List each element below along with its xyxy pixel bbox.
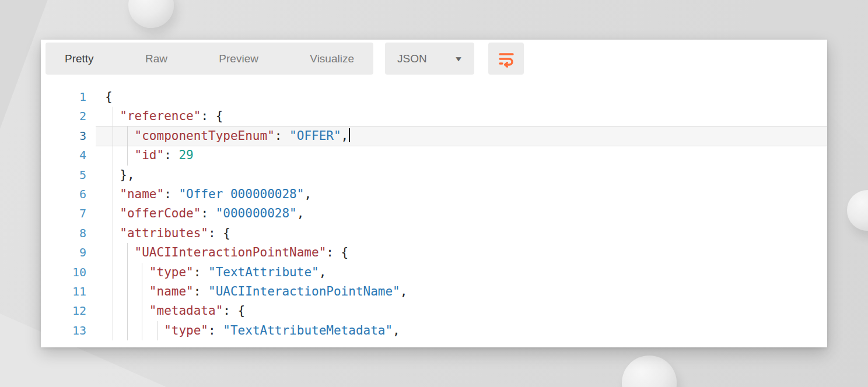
code-line[interactable]: 3 "componentTypeEnum": "OFFER",	[41, 126, 827, 146]
code-line[interactable]: 5 },	[41, 166, 827, 185]
decorative-sphere-top	[128, 0, 174, 28]
line-number: 9	[41, 243, 96, 262]
indent-guide	[142, 321, 142, 340]
tab-raw[interactable]: Raw	[145, 43, 167, 75]
code-line[interactable]: 12 "metadata": {	[41, 301, 827, 321]
line-number: 6	[41, 185, 96, 204]
line-number: 4	[41, 146, 96, 165]
indent-guide	[113, 126, 113, 146]
line-number: 3	[41, 126, 96, 146]
format-dropdown-label: JSON	[397, 52, 427, 65]
indent-guide	[113, 321, 113, 340]
code-line[interactable]: 8 "attributes": {	[41, 224, 827, 243]
code-line-content: "name": "Offer 000000028",	[96, 185, 827, 204]
response-toolbar: Pretty Raw Preview Visualize JSON ▼	[46, 43, 524, 75]
indent-guide	[113, 282, 113, 301]
code-line-content: "attributes": {	[96, 224, 827, 243]
line-number: 10	[41, 263, 96, 282]
decorative-sphere-right	[847, 190, 868, 231]
indent-guide	[127, 282, 128, 301]
chevron-down-icon: ▼	[454, 55, 463, 63]
line-number: 5	[41, 166, 96, 185]
code-line-content: "offerCode": "000000028",	[96, 204, 827, 223]
line-number: 1	[41, 87, 96, 107]
tab-visualize[interactable]: Visualize	[310, 43, 354, 75]
code-line[interactable]: 2 "reference": {	[41, 107, 827, 126]
wrap-text-button[interactable]	[488, 43, 524, 75]
code-line-content: "id": 29	[96, 146, 827, 165]
code-line-content: {	[96, 87, 827, 107]
indent-guide	[113, 204, 113, 223]
code-line-content: },	[96, 166, 827, 185]
line-number: 7	[41, 204, 96, 223]
indent-guide	[142, 263, 142, 282]
indent-guide	[113, 301, 113, 321]
code-line[interactable]: 10 "type": "TextAttribute",	[41, 263, 827, 282]
indent-guide	[142, 301, 142, 321]
text-cursor	[349, 128, 350, 142]
wrap-text-icon	[498, 50, 515, 68]
code-line-content: "metadata": {	[96, 301, 827, 321]
code-line[interactable]: 11 "name": "UACIInteractionPointName",	[41, 282, 827, 301]
code-line-content: "name": "UACIInteractionPointName",	[96, 282, 827, 301]
tab-pretty[interactable]: Pretty	[65, 43, 94, 75]
code-line[interactable]: 9 "UACIInteractionPointName": {	[41, 243, 827, 262]
line-number: 8	[41, 224, 96, 243]
response-view-tabs: Pretty Raw Preview Visualize	[46, 43, 373, 75]
code-line[interactable]: 7 "offerCode": "000000028",	[41, 204, 827, 223]
indent-guide	[127, 301, 128, 321]
tab-preview[interactable]: Preview	[219, 43, 258, 75]
indent-guide	[113, 166, 113, 185]
code-line-content: "reference": {	[96, 107, 827, 126]
code-line-content: "type": "TextAttribute",	[96, 263, 827, 282]
code-line[interactable]: 4 "id": 29	[41, 146, 827, 165]
indent-guide	[113, 146, 113, 165]
indent-guide	[127, 263, 128, 282]
indent-guide	[113, 243, 113, 262]
indent-guide	[113, 263, 113, 282]
indent-guide	[157, 321, 158, 340]
line-number: 11	[41, 282, 96, 301]
line-number: 13	[41, 321, 96, 340]
format-dropdown[interactable]: JSON ▼	[385, 43, 474, 75]
decorative-sphere-bottom	[622, 356, 677, 387]
code-line[interactable]: 6 "name": "Offer 000000028",	[41, 185, 827, 204]
response-body-editor[interactable]: 1{2 "reference": {3 "componentTypeEnum":…	[41, 87, 827, 340]
indent-guide	[113, 107, 113, 126]
indent-guide	[127, 146, 128, 165]
line-number: 12	[41, 301, 96, 321]
code-line[interactable]: 13 "type": "TextAttributeMetadata",	[41, 321, 827, 340]
code-line-content: "type": "TextAttributeMetadata",	[96, 321, 827, 340]
indent-guide	[127, 321, 128, 340]
indent-guide	[113, 185, 113, 204]
indent-guide	[142, 282, 142, 301]
indent-guide	[127, 243, 128, 262]
code-line-content: "UACIInteractionPointName": {	[96, 243, 827, 262]
code-line[interactable]: 1{	[41, 87, 827, 107]
line-number: 2	[41, 107, 96, 126]
response-panel: Pretty Raw Preview Visualize JSON ▼ 1{2 …	[41, 40, 827, 347]
indent-guide	[127, 126, 128, 146]
code-line-content: "componentTypeEnum": "OFFER",	[96, 126, 827, 146]
indent-guide	[113, 224, 113, 243]
